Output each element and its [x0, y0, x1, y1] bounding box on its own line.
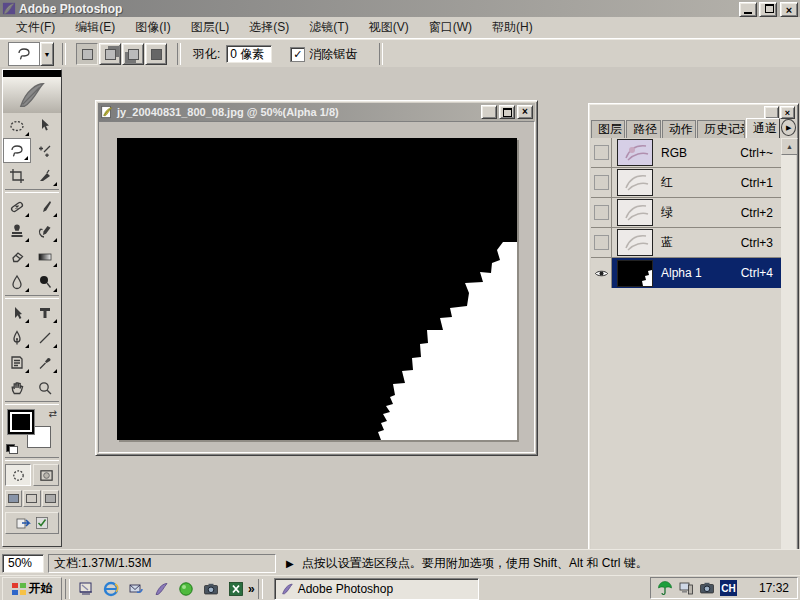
tab-actions[interactable]: 动作 — [662, 120, 696, 138]
ime-indicator[interactable]: CH — [720, 580, 737, 596]
fullscreen-mode-button[interactable] — [42, 490, 59, 507]
media-player-shortcut[interactable] — [177, 580, 194, 597]
taskbar-button-photoshop-active[interactable]: Adobe Photoshop — [274, 578, 479, 600]
close-button[interactable]: × — [780, 2, 798, 17]
clone-stamp-tool[interactable] — [3, 219, 31, 244]
windows-logo-icon — [12, 583, 26, 595]
color-swatches: ⇄ — [3, 406, 61, 456]
visibility-toggle[interactable] — [591, 168, 612, 197]
blur-tool[interactable] — [3, 269, 31, 294]
visibility-toggle-on[interactable] — [591, 258, 612, 288]
feather-input[interactable]: 0 像素 — [226, 45, 272, 63]
excel-shortcut[interactable] — [227, 580, 244, 597]
tab-layers[interactable]: 图层 — [591, 120, 625, 138]
subtract-from-selection-button[interactable] — [122, 43, 144, 65]
toolbox-drag-bar[interactable] — [3, 70, 61, 77]
tool-preset-dropdown[interactable]: ▼ — [40, 42, 54, 66]
menu-select[interactable]: 选择(S) — [239, 17, 299, 38]
default-colors-icon[interactable] — [6, 444, 18, 454]
menu-help[interactable]: 帮助(H) — [482, 17, 543, 38]
path-selection-tool[interactable] — [3, 300, 31, 325]
eraser-tool[interactable] — [3, 244, 31, 269]
line-shape-tool[interactable] — [31, 325, 59, 350]
status-popup-arrow-icon[interactable]: ▶ — [286, 558, 294, 569]
brush-tool[interactable] — [31, 194, 59, 219]
pen-tool[interactable] — [3, 325, 31, 350]
minimize-button[interactable] — [739, 2, 757, 17]
visibility-toggle[interactable] — [591, 198, 612, 227]
show-desktop-shortcut[interactable] — [77, 580, 94, 597]
history-brush-tool[interactable] — [31, 219, 59, 244]
lasso-tool-selected[interactable] — [3, 138, 31, 163]
quick-mask-mode-button[interactable] — [33, 464, 59, 486]
photoshop-shortcut[interactable] — [152, 580, 169, 597]
taskbar-clock[interactable]: 17:32 — [759, 581, 789, 595]
outlook-express-shortcut[interactable] — [127, 580, 144, 597]
zoom-level-field[interactable]: 50% — [2, 554, 44, 573]
swap-colors-icon[interactable]: ⇄ — [49, 408, 57, 419]
restore-button[interactable] — [759, 2, 777, 17]
dodge-tool[interactable] — [31, 269, 59, 294]
tab-paths[interactable]: 路径 — [626, 120, 660, 138]
visibility-toggle[interactable] — [591, 228, 612, 257]
doc-minimize-button[interactable] — [481, 105, 497, 119]
app-title-bar[interactable]: Adobe Photoshop × — [0, 0, 800, 17]
intersect-selection-button[interactable] — [145, 43, 167, 65]
crop-tool[interactable] — [3, 163, 31, 188]
menu-file[interactable]: 文件(F) — [6, 17, 65, 38]
add-to-selection-button[interactable] — [99, 43, 121, 65]
tab-history[interactable]: 历史记录 — [697, 120, 745, 138]
add-selection-icon — [105, 49, 116, 60]
palette-close-button[interactable]: × — [780, 106, 795, 119]
menu-image[interactable]: 图像(I) — [125, 17, 180, 38]
standard-screen-mode-button[interactable] — [5, 490, 22, 507]
menu-edit[interactable]: 编辑(E) — [65, 17, 125, 38]
move-tool[interactable] — [31, 113, 59, 138]
notes-tool[interactable] — [3, 350, 31, 375]
palette-menu-button[interactable]: ▶ — [781, 119, 796, 136]
document-size-indicator[interactable]: 文档:1.37M/1.53M — [48, 554, 276, 573]
tab-channels-active[interactable]: 通道 — [746, 118, 780, 138]
zoom-tool[interactable] — [31, 375, 59, 400]
foreground-color-swatch[interactable] — [8, 410, 34, 434]
marquee-tool[interactable] — [3, 113, 31, 138]
adobe-online-button[interactable] — [3, 77, 61, 113]
antivirus-umbrella-tray-icon[interactable] — [657, 580, 673, 596]
slice-tool[interactable] — [31, 163, 59, 188]
healing-brush-tool[interactable] — [3, 194, 31, 219]
fullscreen-with-menubar-button[interactable] — [23, 490, 40, 507]
menu-layer[interactable]: 图层(L) — [181, 17, 240, 38]
menu-view[interactable]: 视图(V) — [359, 17, 419, 38]
palette-title-bar[interactable]: × — [591, 106, 796, 118]
channel-row-green[interactable]: 绿 Ctrl+2 — [591, 198, 781, 228]
visibility-toggle[interactable] — [591, 138, 612, 167]
gradient-tool[interactable] — [31, 244, 59, 269]
current-tool-well[interactable] — [8, 42, 40, 66]
eyedropper-tool[interactable] — [31, 350, 59, 375]
document-title-bar[interactable]: jy_20040831_800_08.jpg @ 50%(Alpha 1/8) … — [98, 103, 535, 121]
jump-to-imageready-button[interactable] — [5, 512, 59, 534]
network-computer-tray-icon[interactable] — [678, 580, 694, 596]
internet-explorer-shortcut[interactable] — [102, 580, 119, 597]
camera-tray-icon[interactable] — [699, 580, 715, 596]
doc-maximize-button[interactable] — [499, 105, 515, 119]
channel-row-rgb[interactable]: RGB Ctrl+~ — [591, 138, 781, 168]
menu-window[interactable]: 窗口(W) — [419, 17, 482, 38]
type-tool[interactable] — [31, 300, 59, 325]
antialias-checkbox[interactable]: ✓ — [290, 47, 305, 62]
standard-mode-button[interactable] — [5, 464, 31, 486]
quick-launch-overflow-chevron[interactable]: » — [248, 582, 255, 596]
menu-filter[interactable]: 滤镜(T) — [299, 17, 358, 38]
channel-row-red[interactable]: 红 Ctrl+1 — [591, 168, 781, 198]
channel-row-blue[interactable]: 蓝 Ctrl+3 — [591, 228, 781, 258]
acdsee-shortcut[interactable] — [202, 580, 219, 597]
doc-close-button[interactable]: × — [517, 105, 533, 119]
start-button[interactable]: 开始 — [2, 577, 62, 600]
scroll-up-button[interactable]: ▲ — [781, 138, 798, 155]
palette-scrollbar[interactable]: ▲ ▼ — [781, 138, 796, 588]
hand-tool[interactable] — [3, 375, 31, 400]
image-canvas[interactable] — [117, 138, 517, 440]
magic-wand-tool[interactable] — [31, 138, 59, 163]
new-selection-button[interactable] — [76, 43, 98, 65]
channel-row-alpha1-selected[interactable]: Alpha 1 Ctrl+4 — [591, 258, 781, 288]
